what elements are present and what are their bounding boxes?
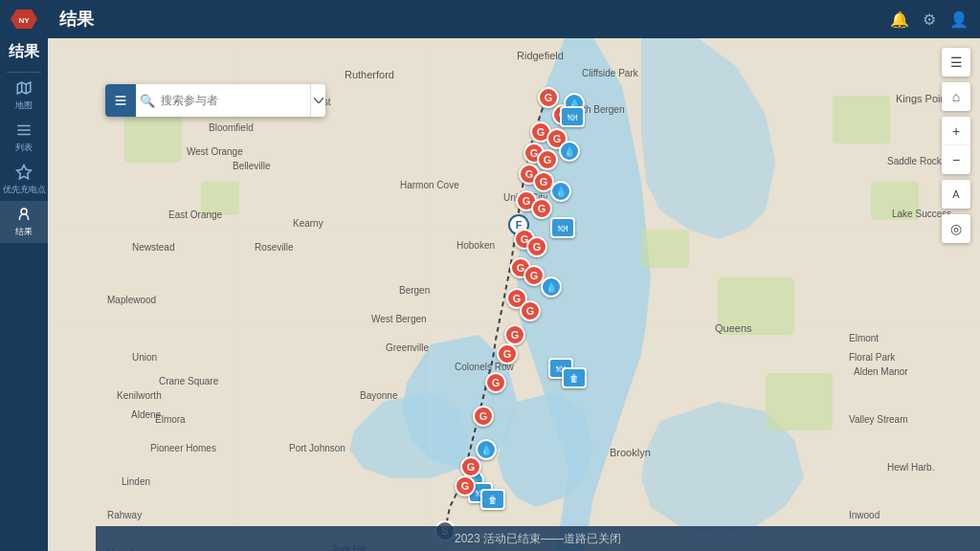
map-home-group: ⌂	[942, 82, 970, 111]
svg-text:Brooklyn: Brooklyn	[610, 447, 651, 458]
sidebar-item-priority[interactable]: 优先充电点	[0, 159, 48, 201]
svg-text:Hewl Harb.: Hewl Harb.	[887, 462, 934, 473]
svg-rect-13	[833, 96, 890, 143]
marker-g-17[interactable]: G	[504, 324, 525, 345]
svg-text:Alden Manor: Alden Manor	[854, 366, 908, 377]
filter-button[interactable]	[105, 84, 136, 117]
svg-text:Queens: Queens	[715, 322, 752, 334]
marker-g-20[interactable]: G	[473, 406, 494, 427]
location-button[interactable]: ◎	[942, 214, 970, 243]
svg-text:West Bergen: West Bergen	[371, 314, 427, 324]
svg-text:Harmon Cove: Harmon Cove	[400, 180, 459, 190]
marker-g-19[interactable]: G	[485, 372, 506, 393]
page-title: 结果	[59, 8, 94, 31]
search-bar: 🔍	[105, 84, 325, 117]
svg-rect-16	[641, 230, 689, 268]
food-marker-6[interactable]: 🗑	[480, 489, 505, 510]
sidebar-priority-label: 优先充电点	[3, 184, 46, 196]
svg-text:Elmont: Elmont	[849, 333, 879, 343]
svg-text:Rahway: Rahway	[107, 510, 142, 520]
svg-text:Crane Square: Crane Square	[159, 376, 219, 386]
marker-g-12[interactable]: G	[526, 236, 547, 257]
sidebar: NY 结果 地图 列表 优先充电点 结果	[0, 0, 48, 551]
food-marker-4[interactable]: 🗑	[562, 367, 587, 388]
status-text: 2023 活动已结束——道路已关闭	[455, 531, 621, 547]
search-icon: 🔍	[136, 94, 155, 108]
gear-icon[interactable]: ⚙	[923, 11, 936, 29]
svg-text:Elmora: Elmora	[155, 414, 186, 425]
svg-text:Belleville: Belleville	[233, 161, 271, 171]
filter-icon	[113, 93, 128, 108]
svg-marker-7	[17, 165, 32, 179]
svg-text:West Orange: West Orange	[187, 146, 243, 157]
svg-text:Floral Park: Floral Park	[849, 352, 896, 363]
sidebar-item-list[interactable]: 列表	[0, 117, 48, 159]
svg-text:Saddle Rock: Saddle Rock	[887, 156, 943, 166]
map-menu-button[interactable]: ☰	[942, 48, 970, 77]
map-home-button[interactable]: ⌂	[942, 82, 970, 111]
svg-text:Greenville: Greenville	[386, 342, 429, 353]
svg-rect-15	[766, 373, 833, 430]
svg-text:Union: Union	[132, 352, 157, 363]
food-marker-2[interactable]: 🍽	[550, 217, 575, 238]
topbar-icons: 🔔 ⚙ 👤	[890, 11, 969, 29]
chevron-down-icon	[314, 98, 323, 103]
logo-icon: NY	[7, 10, 41, 29]
svg-text:Cliffside Park: Cliffside Park	[582, 68, 639, 78]
svg-text:Inwood: Inwood	[849, 510, 880, 520]
svg-text:Rutherford: Rutherford	[345, 69, 394, 80]
zoom-out-button[interactable]: −	[942, 145, 970, 174]
app-title: 结果	[9, 38, 39, 70]
translate-button[interactable]: A	[942, 180, 970, 209]
water-marker-2[interactable]: 💧	[559, 141, 580, 162]
svg-text:Bayonne: Bayonne	[360, 390, 398, 401]
map-container: Ridgefield Cliffside Park North Bergen R…	[48, 38, 980, 551]
map-controls: ☰ ⌂ + − A ◎	[942, 48, 970, 249]
svg-text:Linden: Linden	[122, 476, 150, 487]
logo-bar: NY	[0, 0, 48, 38]
bell-icon[interactable]: 🔔	[890, 11, 909, 29]
water-marker-4[interactable]: 💧	[541, 276, 562, 298]
svg-text:Pioneer Homes: Pioneer Homes	[150, 443, 216, 453]
water-marker-3[interactable]: 💧	[550, 181, 571, 202]
sidebar-results-label: 结果	[15, 226, 33, 238]
food-marker-1[interactable]: 🍽	[560, 106, 585, 127]
sidebar-list-label: 列表	[15, 142, 33, 154]
svg-text:Kearny: Kearny	[293, 218, 323, 229]
svg-text:Kenilworth: Kenilworth	[117, 390, 162, 401]
sidebar-map-label: 地图	[15, 99, 33, 112]
svg-text:Bloomfield: Bloomfield	[209, 122, 254, 133]
sidebar-item-map[interactable]: 地图	[0, 75, 48, 117]
map-location-group: ◎	[942, 214, 970, 243]
marker-g-10[interactable]: G	[531, 198, 552, 219]
marker-g-21[interactable]: G	[460, 456, 481, 477]
svg-text:Newstead: Newstead	[132, 242, 174, 253]
marker-g-18[interactable]: G	[497, 343, 518, 364]
svg-rect-10	[124, 115, 182, 163]
search-container: 🔍	[105, 84, 325, 117]
svg-text:Maplewood: Maplewood	[107, 295, 156, 305]
map-zoom-group: + −	[942, 117, 970, 174]
marker-g-6[interactable]: G	[537, 149, 558, 170]
svg-text:East Orange: East Orange	[168, 209, 223, 220]
svg-text:NY: NY	[18, 16, 30, 25]
search-input[interactable]	[155, 94, 310, 107]
svg-point-8	[21, 209, 27, 214]
marker-g-22[interactable]: G	[455, 475, 476, 496]
status-bar: 2023 活动已结束——道路已关闭	[96, 526, 980, 551]
svg-text:Ridgefield: Ridgefield	[517, 50, 564, 61]
dropdown-button[interactable]	[310, 84, 325, 117]
zoom-in-button[interactable]: +	[942, 117, 970, 145]
svg-text:Bergen: Bergen	[399, 285, 430, 296]
map-menu-group: ☰	[942, 48, 970, 77]
svg-text:Valley Stream: Valley Stream	[849, 414, 908, 425]
svg-text:Roseville: Roseville	[255, 242, 294, 253]
svg-text:Hoboken: Hoboken	[457, 240, 495, 251]
sidebar-item-results[interactable]: 结果	[0, 201, 48, 243]
user-icon[interactable]: 👤	[949, 11, 969, 29]
topbar: 结果 🔔 ⚙ 👤	[48, 0, 980, 38]
marker-g-16[interactable]: G	[520, 300, 541, 321]
map-translate-group: A	[942, 180, 970, 209]
svg-text:Port Johnson: Port Johnson	[289, 443, 345, 453]
